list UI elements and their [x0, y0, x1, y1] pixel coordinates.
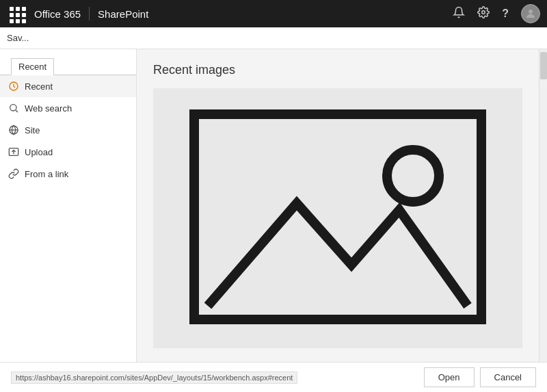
sidebar-item-web-search[interactable]: Web search	[0, 97, 136, 119]
image-placeholder	[187, 107, 488, 329]
top-bar: Office 365 SharePoint ?	[0, 0, 547, 27]
sidebar-label-from-link: From a link	[25, 169, 68, 179]
gear-icon[interactable]	[477, 6, 490, 21]
waffle-icon[interactable]	[7, 4, 26, 23]
sidebar-label-recent: Recent	[25, 81, 53, 92]
help-icon[interactable]: ?	[502, 8, 509, 20]
svg-rect-9	[194, 114, 481, 319]
image-placeholder-area	[153, 88, 522, 348]
sidebar-item-upload[interactable]: Upload	[0, 141, 136, 163]
svg-point-0	[482, 11, 485, 14]
svg-point-3	[10, 105, 16, 111]
svg-point-1	[529, 10, 533, 14]
app-name: SharePoint	[98, 8, 148, 20]
recent-icon	[8, 81, 19, 92]
bell-icon[interactable]	[453, 6, 465, 21]
bottom-bar: https://ashbay16.sharepoint.com/sites/Ap…	[0, 362, 547, 392]
status-url: https://ashbay16.sharepoint.com/sites/Ap…	[11, 371, 297, 384]
scrollbar-thumb[interactable]	[540, 52, 547, 79]
sidebar-label-site: Site	[25, 125, 40, 135]
scrollbar-track[interactable]	[539, 49, 547, 362]
bottom-buttons: Open Cancel	[424, 367, 536, 387]
cancel-button[interactable]: Cancel	[480, 367, 536, 387]
open-button[interactable]: Open	[424, 367, 475, 387]
upload-icon	[8, 146, 19, 157]
sidebar-item-site[interactable]: Site	[0, 119, 136, 141]
svg-point-10	[387, 150, 439, 202]
search-icon	[8, 103, 19, 114]
sidebar-label-upload: Upload	[25, 147, 53, 157]
user-avatar[interactable]	[521, 4, 540, 23]
sidebar-label-web-search: Web search	[25, 103, 72, 114]
sidebar-item-recent[interactable]: Recent	[0, 75, 136, 97]
main-content: Recent images	[137, 49, 539, 362]
main-title: Recent images	[153, 63, 522, 77]
sidebar-tab-recent[interactable]: Recent	[11, 58, 54, 75]
top-bar-right: ?	[453, 4, 540, 23]
link-icon	[8, 168, 19, 179]
sidebar-item-from-link[interactable]: From a link	[0, 163, 136, 185]
svg-line-4	[16, 110, 18, 112]
divider	[89, 7, 90, 21]
dialog-area: Recent Recent	[0, 49, 547, 362]
toolbar-strip: Sav...	[0, 27, 547, 49]
page-area: Sav... Recent Recent	[0, 27, 547, 392]
site-icon	[8, 125, 19, 135]
toolbar-save[interactable]: Sav...	[7, 33, 29, 43]
app-title: Office 365	[34, 8, 81, 20]
sidebar: Recent Recent	[0, 49, 137, 362]
